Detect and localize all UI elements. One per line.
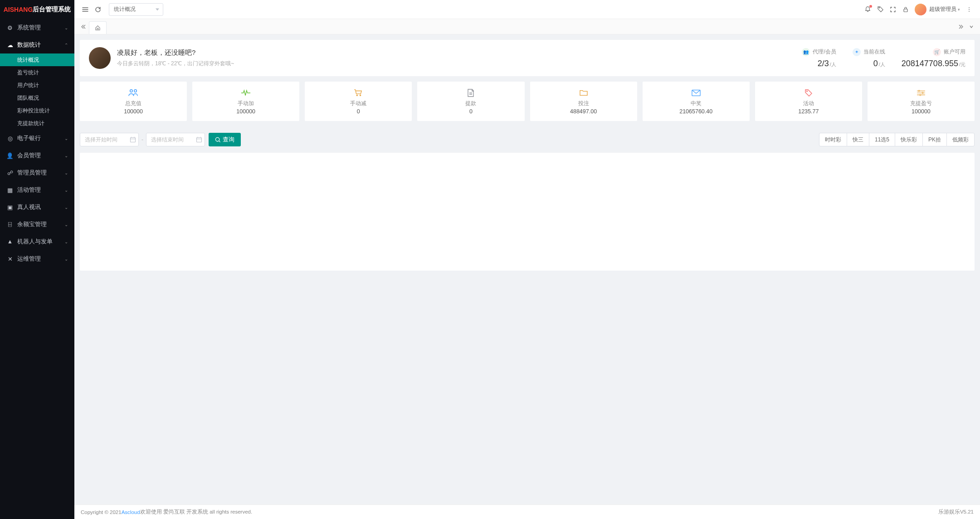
sidebar-item-balance[interactable]: ⌸ 余额宝管理 ⌄ [0, 216, 74, 233]
chart-placeholder [80, 153, 975, 271]
svg-point-6 [922, 92, 923, 94]
user-name: 超级管理员 [929, 5, 956, 13]
collapse-sidebar-button[interactable] [79, 3, 92, 16]
tabs-scroll-left[interactable] [78, 22, 88, 32]
refresh-button[interactable] [92, 3, 104, 16]
sidebar-item-label: 用户统计 [17, 82, 68, 89]
sidebar-item-system[interactable]: ⚙ 系统管理 ⌄ [0, 19, 74, 36]
sidebar-item-ebank[interactable]: ◎ 电子银行 ⌄ [0, 130, 74, 147]
footer-copyright-prefix: Copyright © 2021 [81, 509, 122, 515]
home-icon [95, 25, 101, 31]
main: 统计概况 超级管理员 [74, 0, 980, 519]
svg-point-1 [969, 7, 970, 8]
stat-card-activity: 活动 1235.77 [755, 82, 862, 121]
notifications-button[interactable] [861, 3, 874, 16]
stat-name: 充提盈亏 [868, 100, 975, 107]
sidebar-menu: ⚙ 系统管理 ⌄ ☁ 数据统计 ⌃ 统计概况 盈亏统计 用户统计 团队概况 彩种… [0, 19, 74, 519]
users-icon [80, 88, 187, 98]
query-button[interactable]: 查询 [209, 133, 241, 146]
svg-point-2 [969, 9, 970, 10]
logo: AISHANG后台管理系统 [0, 0, 74, 19]
calendar-icon: ▦ [6, 187, 14, 194]
stat-card-bet: 投注 488497.00 [530, 82, 637, 121]
tabs-scroll-right[interactable] [956, 22, 966, 32]
greeting-sub: 今日多云转阴，18℃ - 22℃，出门记得穿外套哦~ [117, 60, 234, 68]
stat-name: 中奖 [643, 100, 750, 107]
user-icon: 👤 [6, 152, 14, 159]
page-select[interactable]: 统计概况 [109, 3, 163, 16]
sidebar-subitem-deposit[interactable]: 充提款统计 [0, 117, 74, 130]
content: 凌晨好，老板，还没睡吧? 今日多云转阴，18℃ - 22℃，出门记得穿外套哦~ … [74, 34, 980, 504]
lottery-tab-ssc[interactable]: 时时彩 [819, 133, 847, 146]
tabs-dropdown[interactable] [966, 22, 976, 32]
fullscreen-button[interactable] [887, 3, 899, 16]
search-icon [215, 137, 221, 143]
ops-icon: ✕ [6, 256, 14, 262]
tabbar [74, 19, 980, 34]
sidebar-item-stats[interactable]: ☁ 数据统计 ⌃ [0, 36, 74, 53]
end-date-field[interactable] [146, 133, 205, 146]
sidebar-item-label: 充提款统计 [17, 120, 68, 127]
sidebar-subitem-overview[interactable]: 统计概况 [0, 53, 74, 66]
admin-icon: ☍ [6, 170, 14, 176]
pulse-icon [192, 88, 299, 98]
sidebar-submenu-stats: 统计概况 盈亏统计 用户统计 团队概况 彩种投注统计 充提款统计 [0, 53, 74, 130]
footer-link[interactable]: Ascloud [122, 509, 140, 515]
footer-copyright-suffix: 欢迎使用 爱尚互联 开发系统 all rights reserved. [140, 509, 253, 515]
sidebar-item-live[interactable]: ▣ 真人视讯 ⌄ [0, 199, 74, 216]
sidebar-subitem-profitloss[interactable]: 盈亏统计 [0, 66, 74, 79]
stat-name: 手动加 [192, 100, 299, 107]
tab-home[interactable] [89, 21, 107, 34]
sidebar-subitem-lotterybet[interactable]: 彩种投注统计 [0, 104, 74, 117]
sidebar-item-robot[interactable]: ▲ 机器人与发单 ⌄ [0, 233, 74, 250]
sidebar-item-ops[interactable]: ✕ 运维管理 ⌄ [0, 250, 74, 267]
footer-version: 乐游娱乐V5.21 [938, 509, 974, 515]
start-date-input[interactable] [80, 133, 139, 146]
cart-icon [305, 88, 412, 98]
headstat-unit: /人 [830, 62, 836, 67]
wallet-icon: ⌸ [6, 221, 14, 228]
logo-title: 后台管理系统 [33, 5, 71, 14]
start-date-field[interactable] [80, 133, 139, 146]
user-menu[interactable]: 超级管理员 [915, 4, 960, 15]
online-icon: ✦ [853, 48, 861, 56]
sidebar-item-label: 余额宝管理 [17, 221, 64, 228]
sliders-icon [868, 88, 975, 98]
logo-brand: AISHANG [4, 6, 33, 13]
stat-card-deposit: 总充值 100000 [80, 82, 187, 121]
sidebar-subitem-user[interactable]: 用户统计 [0, 79, 74, 92]
lock-button[interactable] [899, 3, 912, 16]
lottery-tab-k3[interactable]: 快三 [847, 133, 869, 146]
sidebar-item-admin[interactable]: ☍ 管理员管理 ⌄ [0, 164, 74, 181]
svg-rect-0 [904, 9, 907, 12]
sidebar-subitem-team[interactable]: 团队概况 [0, 92, 74, 104]
sidebar-item-label: 会员管理 [17, 152, 64, 160]
sidebar-item-label: 彩种投注统计 [17, 107, 68, 115]
lottery-tab-11x5[interactable]: 11选5 [869, 133, 895, 146]
greeting-text: 凌晨好，老板，还没睡吧? 今日多云转阴，18℃ - 22℃，出门记得穿外套哦~ [117, 49, 234, 68]
lottery-tab-klc[interactable]: 快乐彩 [895, 133, 923, 146]
stat-card-win: 中奖 21065760.40 [643, 82, 750, 121]
stat-card-manual-add: 手动加 100000 [192, 82, 299, 121]
lottery-tab-pk10[interactable]: PK拾 [922, 133, 947, 146]
more-button[interactable] [963, 3, 975, 16]
sidebar-item-label: 运维管理 [17, 255, 64, 263]
stat-name: 活动 [755, 100, 862, 107]
stat-value: 21065760.40 [643, 108, 750, 115]
sidebar-item-member[interactable]: 👤 会员管理 ⌄ [0, 147, 74, 164]
query-label: 查询 [223, 136, 234, 144]
stat-value: 1235.77 [755, 108, 862, 115]
chevron-down-icon: ⌄ [64, 170, 68, 175]
topbar: 统计概况 超级管理员 [74, 0, 980, 19]
sidebar-item-label: 系统管理 [17, 24, 64, 32]
sidebar-item-activity[interactable]: ▦ 活动管理 ⌄ [0, 181, 74, 199]
headstat-balance: 🛒 账户可用 208147708.955/元 [902, 48, 965, 68]
coin-icon: ◎ [6, 135, 14, 142]
headstat-label: 账户可用 [944, 48, 965, 56]
stat-name: 手动减 [305, 100, 412, 107]
tag-button[interactable] [874, 3, 887, 16]
lottery-tab-lowfreq[interactable]: 低频彩 [946, 133, 975, 146]
stat-card-manual-sub: 手动减 0 [305, 82, 412, 121]
avatar [915, 4, 926, 15]
end-date-input[interactable] [146, 133, 205, 146]
